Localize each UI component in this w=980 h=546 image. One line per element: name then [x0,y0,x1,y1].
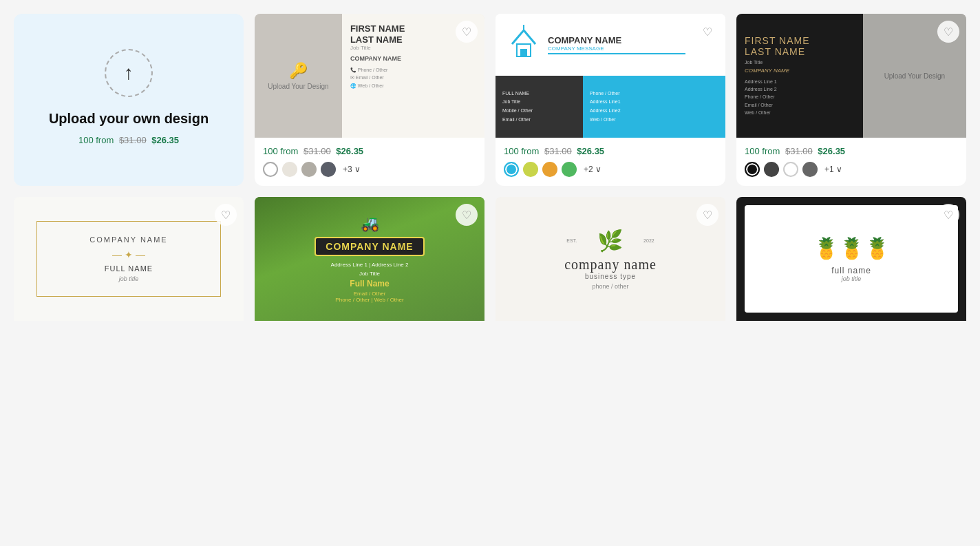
contact-dark: FULL NAMEJob TitleMobile / OtherEmail / … [502,90,576,124]
lawn-content: 🚜 COMPANY NAME Address Line 1 | Address … [255,197,484,321]
card-inner: 🍍🍍🍍 full name job title [745,205,958,313]
email: Email / Other [354,291,386,297]
card-image: ♡ 🔑 Upload Your Design FIRST NAME LAST N… [255,14,484,138]
contact-blue: Phone / OtherAddress Line1Address Line2W… [590,90,718,124]
divider: — ✦ — [58,249,199,260]
price-line: 100 from $31.00 $26.35 [745,146,958,156]
address: Address Line 1Address Line 2 [745,78,855,93]
business-type: business type [585,273,636,280]
color-row: +3 ∨ [263,162,476,177]
card-image: ♡ EST. 🌿 2022 company name business type… [496,197,725,321]
upload-arrow-icon: ↑ [124,62,134,84]
svg-rect-2 [520,49,527,56]
upload-icon: ↑ [105,49,153,97]
color-swatch-darkgray[interactable] [764,162,779,177]
template-card-elegant-border: ♡ COMPANY NAME — ✦ — FULL NAME job title [14,197,244,321]
upload-placeholder-text: Upload Your Design [884,72,945,80]
color-swatch-yellow[interactable] [523,162,538,177]
favorite-button[interactable]: ♡ [937,21,959,43]
card-image: ♡ FIRST NAME LAST NAME Job Title COMPANY… [736,14,966,138]
template-card-botanical: ♡ EST. 🌿 2022 company name business type… [496,197,725,321]
last-name: LAST NAME [745,46,855,57]
card-image: ♡ 🍍🍍🍍 full name job title [736,197,966,321]
phone: phone / other [592,283,628,290]
more-colors-button[interactable]: +2 ∨ [584,165,601,174]
full-name: Full Name [350,279,389,288]
color-swatch-blue[interactable] [504,162,519,177]
color-swatch-cream[interactable] [282,162,297,177]
job-title: Job Title [745,60,855,65]
address: Address Line 1 | Address Line 2 [331,262,409,268]
favorite-button[interactable]: ♡ [215,204,237,226]
card-info: 100 from $31.00 $26.35 +1 ∨ [736,138,966,184]
dark-panel: FULL NAMEJob TitleMobile / OtherEmail / … [496,76,583,138]
template-card-dark-gold: ♡ FIRST NAME LAST NAME Job Title COMPANY… [736,14,966,186]
first-name: FIRST NAME [745,35,855,46]
template-card-lawn-green: ♡ 🚜 COMPANY NAME Address Line 1 | Addres… [255,197,484,321]
template-preview: 🍍🍍🍍 full name job title [736,197,966,321]
company-name: company name [564,257,657,273]
company-name: COMPANY NAME [58,235,199,244]
template-top: COMPANY NAME COMPANY MESSAGE [496,14,725,76]
upload-price: 100 from $31.00 $26.35 [78,135,179,145]
template-preview: COMPANY NAME — ✦ — FULL NAME job title [14,197,244,321]
job-title: job title [842,275,862,282]
upload-title: Upload your own design [49,111,209,127]
template-left-panel: 🔑 Upload Your Design [255,14,342,138]
year: 2022 [643,238,654,243]
card-image: ♡ 🚜 COMPANY NAME Address Line 1 | Addres… [255,197,484,321]
house-icon [507,25,541,65]
template-card-house-blue: ♡ COMPANY NAME COMPANY MESSAGE [496,14,725,186]
favorite-button[interactable]: ♡ [937,204,959,226]
color-swatch-gray[interactable] [301,162,317,177]
template-preview: 🚜 COMPANY NAME Address Line 1 | Address … [255,197,484,321]
mower-icon: 🚜 [361,215,379,233]
template-preview: FIRST NAME LAST NAME Job Title COMPANY N… [736,14,966,138]
color-swatch-white[interactable] [783,162,798,177]
color-swatch-dark[interactable] [321,162,336,177]
color-swatch-black[interactable] [745,162,760,177]
template-preview: EST. 🌿 2022 company name business type p… [496,197,725,321]
template-card-pineapple: ♡ 🍍🍍🍍 full name job title [736,197,966,321]
favorite-button[interactable]: ♡ [696,204,718,226]
card-image: ♡ COMPANY NAME — ✦ — FULL NAME job title [14,197,244,321]
favorite-button[interactable]: ♡ [696,21,718,43]
color-swatch-gray[interactable] [802,162,818,177]
upload-placeholder-text: Upload Your Design [268,83,328,90]
more-colors-button[interactable]: +1 ∨ [824,165,842,174]
pineapple-icons: 🍍🍍🍍 [813,236,890,260]
more-colors-button[interactable]: +3 ∨ [343,165,361,174]
card-info: 100 from $31.00 $26.35 +2 ∨ [496,138,725,184]
full-name: FULL NAME [58,264,199,273]
price-line: 100 from $31.00 $26.35 [263,146,476,156]
color-swatch-orange[interactable] [542,162,557,177]
established-row: EST. 🌿 2022 [566,229,654,253]
full-name: full name [831,266,871,275]
color-row: +2 ∨ [504,162,717,177]
template-card-realtor-key: ♡ 🔑 Upload Your Design FIRST NAME LAST N… [255,14,484,186]
card-info: 100 from $31.00 $26.35 +3 ∨ [255,138,484,184]
company-name: COMPANY NAME [548,35,685,45]
company-message: COMPANY MESSAGE [548,45,685,54]
blue-panel: Phone / OtherAddress Line1Address Line2W… [583,76,725,138]
template-bottom: FULL NAMEJob TitleMobile / OtherEmail / … [496,76,725,138]
card-image: ♡ COMPANY NAME COMPANY MESSAGE [496,14,725,138]
company-name: COMPANY NAME [350,55,476,62]
phone: Phone / Other | Web / Other [335,297,403,303]
dark-panel: FIRST NAME LAST NAME Job Title COMPANY N… [736,14,863,138]
company-badge: COMPANY NAME [315,237,424,256]
favorite-button[interactable]: ♡ [456,21,478,43]
company-name: COMPANY NAME [745,67,855,74]
favorite-button[interactable]: ♡ [456,204,478,226]
upload-own-design-card[interactable]: ↑ Upload your own design 100 from $31.00… [14,14,244,186]
template-preview: 🔑 Upload Your Design FIRST NAME LAST NAM… [255,14,484,138]
color-swatch-green[interactable] [562,162,577,177]
price-line: 100 from $31.00 $26.35 [504,146,717,156]
template-preview: COMPANY NAME COMPANY MESSAGE FULL NAMEJo… [496,14,725,138]
company-info: COMPANY NAME COMPANY MESSAGE [548,35,685,54]
est-label: EST. [566,238,577,243]
contact-details: 📞 Phone / Other✉ Email / Other🌐 Web / Ot… [350,66,476,90]
company-name: COMPANY NAME [326,241,413,252]
color-swatch-white[interactable] [263,162,278,177]
job-title: Job Title [359,271,380,277]
